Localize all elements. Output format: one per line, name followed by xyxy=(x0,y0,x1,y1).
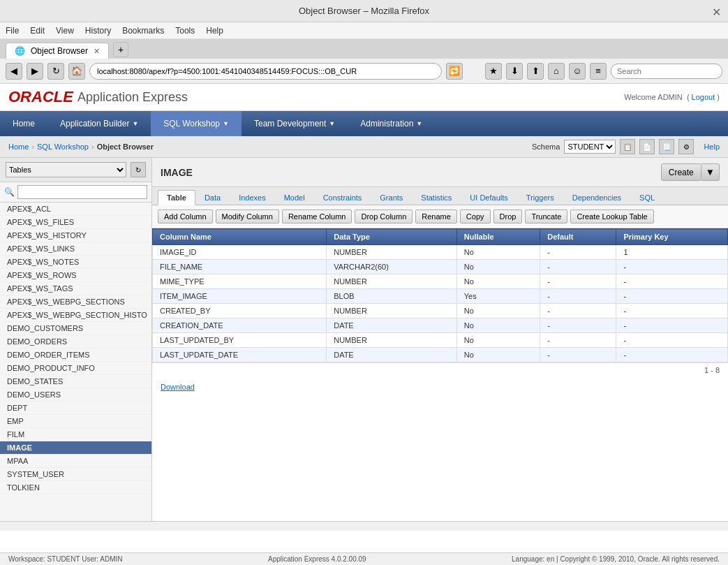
new-tab-button[interactable]: + xyxy=(113,42,128,57)
content-tab-ui-defaults[interactable]: UI Defaults xyxy=(461,190,517,205)
nav-administration-label: Administration xyxy=(360,119,413,129)
breadcrumb-sep1: › xyxy=(31,142,34,151)
tab-close-icon[interactable]: ✕ xyxy=(94,47,100,56)
action-btn-drop[interactable]: Drop xyxy=(493,210,523,223)
schema-icon4[interactable]: ⚙ xyxy=(678,139,694,154)
table-cell-primary-key: 1 xyxy=(616,245,728,260)
sidebar-table-item[interactable]: SYSTEM_USER xyxy=(0,468,151,481)
sidebar-table-item[interactable]: IMAGE xyxy=(0,441,151,455)
bookmark-button[interactable]: ★ xyxy=(485,63,502,80)
action-btn-copy[interactable]: Copy xyxy=(460,210,491,223)
sidebar-table-item[interactable]: EMP xyxy=(0,415,151,428)
sidebar-table-item[interactable]: APEX$_WS_WEBPG_SECTIONS xyxy=(0,295,151,309)
action-btn-add-column[interactable]: Add Column xyxy=(158,210,213,223)
address-bar[interactable] xyxy=(89,63,442,80)
download-button[interactable]: ⬇ xyxy=(506,63,523,80)
nav-administration[interactable]: Administration ▼ xyxy=(348,111,435,136)
sidebar-search-input[interactable] xyxy=(17,185,147,199)
create-button-group: Create ▼ xyxy=(661,163,720,181)
menu-bookmarks[interactable]: Bookmarks xyxy=(122,26,164,36)
action-btn-modify-column[interactable]: Modify Column xyxy=(216,210,279,223)
horizontal-scrollbar[interactable] xyxy=(0,521,728,531)
table-cell-primary-key: - xyxy=(616,333,728,348)
content-tab-grants[interactable]: Grants xyxy=(371,190,412,205)
table-row: MIME_TYPENUMBERNo-- xyxy=(153,274,728,289)
content-tab-constraints[interactable]: Constraints xyxy=(314,190,371,205)
content-tab-indexes[interactable]: Indexes xyxy=(230,190,275,205)
sidebar-table-item[interactable]: APEX$_WS_NOTES xyxy=(0,256,151,269)
action-btn-truncate[interactable]: Truncate xyxy=(525,210,567,223)
reload-button[interactable]: ↻ xyxy=(47,63,64,80)
sidebar-table-item[interactable]: DEMO_ORDERS xyxy=(0,335,151,348)
sidebar-table-item[interactable]: APEX$_WS_ROWS xyxy=(0,269,151,282)
sidebar-table-item[interactable]: APEX$_WS_LINKS xyxy=(0,242,151,256)
breadcrumb-sep2: › xyxy=(91,142,94,151)
table-type-select[interactable]: Tables xyxy=(6,162,126,177)
table-cell-default: - xyxy=(540,333,616,348)
sidebar-table-item[interactable]: APEX$_WS_TAGS xyxy=(0,282,151,295)
table-cell-data-type: DATE xyxy=(327,348,457,362)
action-btn-rename[interactable]: Rename xyxy=(415,210,457,223)
sync-button[interactable]: ⬆ xyxy=(527,63,544,80)
browser-tab[interactable]: 🌐 Object Browser ✕ xyxy=(6,43,109,59)
content-tab-dependencies[interactable]: Dependencies xyxy=(563,190,630,205)
create-button[interactable]: Create xyxy=(661,163,701,181)
sidebar-table-item[interactable]: TOLKIEN xyxy=(0,481,151,494)
menu-edit[interactable]: Edit xyxy=(30,26,45,36)
schema-icon3[interactable]: 📃 xyxy=(659,139,674,154)
content-tab-triggers[interactable]: Triggers xyxy=(517,190,563,205)
content-tab-sql[interactable]: SQL xyxy=(630,190,664,205)
table-col-nullable: Nullable xyxy=(456,229,540,245)
sidebar-table-item[interactable]: FILM xyxy=(0,428,151,441)
content-tab-data[interactable]: Data xyxy=(195,190,230,205)
back-button[interactable]: ◀ xyxy=(6,63,22,80)
sidebar-table-item[interactable]: DEMO_ORDER_ITEMS xyxy=(0,348,151,362)
logout-link[interactable]: Logout xyxy=(692,93,715,101)
sidebar-table-item[interactable]: DEMO_STATES xyxy=(0,375,151,388)
help-link[interactable]: Help xyxy=(704,142,720,151)
menu-tools[interactable]: Tools xyxy=(175,26,195,36)
sidebar-table-item[interactable]: DEPT xyxy=(0,402,151,415)
nav-team-dev[interactable]: Team Development ▼ xyxy=(242,111,348,136)
action-btn-drop-column[interactable]: Drop Column xyxy=(355,210,413,223)
content-tab-statistics[interactable]: Statistics xyxy=(412,190,461,205)
sidebar-refresh-icon[interactable]: ↻ xyxy=(131,162,146,177)
content-tab-table[interactable]: Table xyxy=(158,190,195,205)
breadcrumb-sql-workshop[interactable]: SQL Workshop xyxy=(37,142,89,151)
sidebar-table-item[interactable]: APEX$_WS_HISTORY xyxy=(0,229,151,242)
sidebar-table-item[interactable]: MPAA xyxy=(0,455,151,468)
go-button[interactable]: 🔁 xyxy=(446,63,463,80)
sidebar-table-item[interactable]: APEX$_WS_FILES xyxy=(0,216,151,229)
schema-select[interactable]: STUDENT xyxy=(564,140,616,154)
menu-view[interactable]: View xyxy=(56,26,74,36)
action-btn-rename-column[interactable]: Rename Column xyxy=(282,210,352,223)
home-button[interactable]: 🏠 xyxy=(68,63,85,80)
browser-search-input[interactable] xyxy=(611,64,722,79)
nav-sql-workshop[interactable]: SQL Workshop ▼ xyxy=(151,111,242,136)
menu-button[interactable]: ≡ xyxy=(590,63,607,80)
menu-history[interactable]: History xyxy=(85,26,111,36)
forward-button[interactable]: ▶ xyxy=(27,63,43,80)
nav-app-builder[interactable]: Application Builder ▼ xyxy=(47,111,151,136)
sidebar-table-item[interactable]: DEMO_CUSTOMERS xyxy=(0,322,151,335)
table-row: CREATION_DATEDATENo-- xyxy=(153,318,728,333)
table-cell-primary-key: - xyxy=(616,304,728,318)
homefilled-button[interactable]: ⌂ xyxy=(548,63,565,80)
sidebar-table-item[interactable]: DEMO_PRODUCT_INFO xyxy=(0,362,151,375)
schema-icon2[interactable]: 📄 xyxy=(639,139,655,154)
create-dropdown-button[interactable]: ▼ xyxy=(701,163,720,181)
content-tab-model[interactable]: Model xyxy=(275,190,314,205)
action-btn-create-lookup-table[interactable]: Create Lookup Table xyxy=(570,210,653,223)
schema-icon1[interactable]: 📋 xyxy=(620,139,635,154)
sidebar-table-item[interactable]: APEX$_WS_WEBPG_SECTION_HISTO xyxy=(0,309,151,322)
sidebar-table-item[interactable]: DEMO_USERS xyxy=(0,388,151,402)
menu-help[interactable]: Help xyxy=(206,26,223,36)
user-button[interactable]: ☺ xyxy=(569,63,586,80)
nav-home[interactable]: Home xyxy=(0,111,47,136)
menu-file[interactable]: File xyxy=(6,26,19,36)
team-dev-dropdown-icon: ▼ xyxy=(329,120,335,127)
sidebar-table-item[interactable]: APEX$_ACL xyxy=(0,203,151,216)
close-icon[interactable]: ✕ xyxy=(712,6,721,19)
breadcrumb-home[interactable]: Home xyxy=(8,142,29,151)
download-link[interactable]: Download xyxy=(161,383,195,391)
